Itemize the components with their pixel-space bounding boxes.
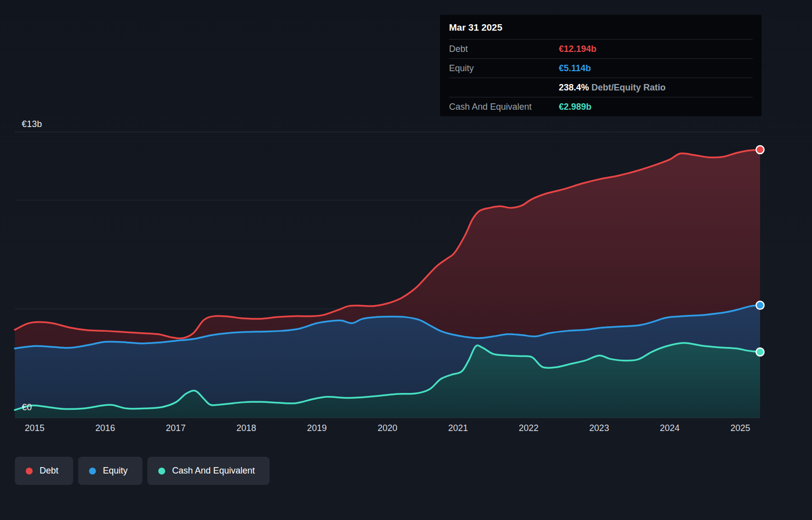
tooltip-cash-label: Cash And Equivalent bbox=[449, 102, 559, 112]
tooltip-row-debt: Debt €12.194b bbox=[449, 40, 753, 59]
x-tick-2016: 2016 bbox=[95, 423, 115, 433]
cash-end-dot bbox=[756, 348, 764, 356]
x-tick-2020: 2020 bbox=[377, 423, 397, 433]
x-tick-2023: 2023 bbox=[589, 423, 609, 433]
chart-root: €13b€02015201620172018201920202021202220… bbox=[0, 0, 812, 520]
tooltip-cash-value: €2.989b bbox=[559, 102, 753, 112]
tooltip-date: Mar 31 2025 bbox=[449, 15, 753, 40]
ratio-label: Debt/Equity Ratio bbox=[591, 83, 666, 92]
tooltip-equity-value: €5.114b bbox=[559, 63, 753, 74]
x-tick-2019: 2019 bbox=[307, 423, 327, 433]
x-tick-2025: 2025 bbox=[730, 423, 750, 433]
tooltip-row-ratio: 238.4% Debt/Equity Ratio bbox=[449, 78, 753, 97]
tooltip-equity-label: Equity bbox=[449, 63, 559, 74]
tooltip-row-equity: Equity €5.114b bbox=[449, 59, 753, 78]
x-tick-2015: 2015 bbox=[25, 423, 45, 433]
tooltip-debt-value: €12.194b bbox=[559, 44, 753, 54]
tooltip-debt-label: Debt bbox=[449, 44, 559, 54]
tooltip-row-cash: Cash And Equivalent €2.989b bbox=[449, 97, 753, 116]
ratio-value: 238.4% bbox=[559, 83, 589, 92]
cash-dot-icon bbox=[158, 468, 165, 475]
tooltip-ratio: 238.4% Debt/Equity Ratio bbox=[559, 83, 753, 93]
equity-dot-icon bbox=[89, 468, 96, 475]
y-axis-label-0: €0 bbox=[22, 402, 32, 413]
tooltip: Mar 31 2025 Debt €12.194b Equity €5.114b… bbox=[440, 15, 762, 116]
x-tick-2024: 2024 bbox=[660, 423, 679, 433]
legend-equity-label: Equity bbox=[103, 466, 128, 476]
legend-item-cash[interactable]: Cash And Equivalent bbox=[147, 457, 270, 485]
legend: Debt Equity Cash And Equivalent bbox=[15, 457, 270, 485]
debt-end-dot bbox=[756, 146, 764, 154]
equity-end-dot bbox=[756, 302, 764, 309]
x-tick-2018: 2018 bbox=[236, 423, 256, 433]
legend-cash-label: Cash And Equivalent bbox=[172, 466, 255, 476]
legend-item-debt[interactable]: Debt bbox=[15, 457, 73, 485]
x-tick-2022: 2022 bbox=[519, 423, 539, 433]
y-axis-label-13: €13b bbox=[22, 119, 42, 130]
x-tick-2021: 2021 bbox=[448, 423, 468, 433]
legend-debt-label: Debt bbox=[40, 466, 58, 476]
x-tick-2017: 2017 bbox=[166, 423, 185, 433]
legend-item-equity[interactable]: Equity bbox=[78, 457, 142, 485]
debt-dot-icon bbox=[26, 468, 33, 475]
